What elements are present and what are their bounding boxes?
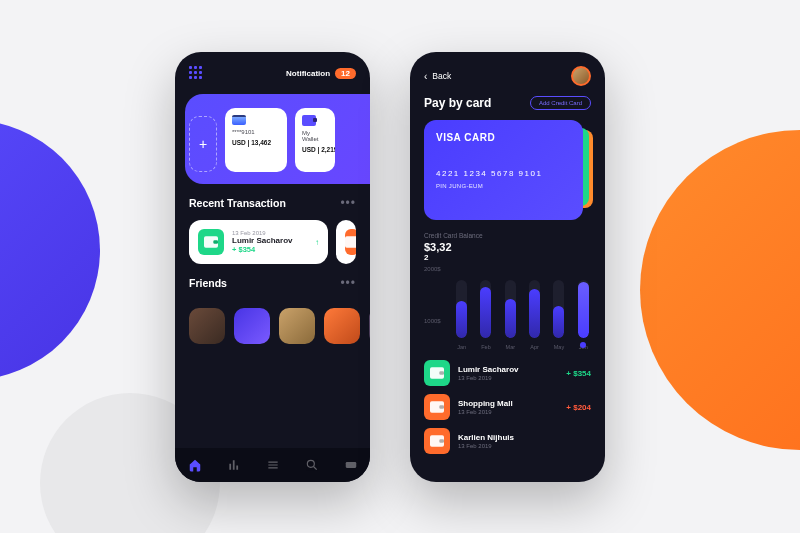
friends-row[interactable] bbox=[175, 308, 370, 352]
svg-rect-4 bbox=[345, 462, 356, 468]
svg-point-3 bbox=[307, 460, 314, 467]
stats-icon[interactable] bbox=[227, 458, 241, 472]
transaction-row[interactable]: Karlien Nijhuis13 Feb 2019 bbox=[424, 428, 591, 454]
back-button[interactable]: ‹ Back bbox=[424, 71, 451, 82]
transaction-name: Karlien Nijhuis bbox=[458, 433, 514, 442]
card-tile[interactable]: ****9101 USD | 13,462 bbox=[225, 108, 287, 172]
avatar[interactable] bbox=[324, 308, 360, 344]
wallet-icon bbox=[345, 229, 356, 255]
card-tile[interactable]: My Wallet USD | 2,219 bbox=[295, 108, 335, 172]
transaction-row[interactable]: Lumir Sacharov13 Feb 2019 + $354 bbox=[424, 360, 591, 386]
transaction-name: Lumir Sacharov bbox=[458, 365, 518, 374]
more-icon[interactable]: ••• bbox=[340, 196, 356, 210]
wallet-icon bbox=[198, 229, 224, 255]
arrow-up-icon: ↑ bbox=[315, 238, 319, 247]
back-label: Back bbox=[432, 71, 451, 81]
notification-badge: 12 bbox=[335, 68, 356, 79]
page-title: Pay by card bbox=[424, 96, 491, 110]
recent-transaction-section: Recent Transaction ••• 13 Feb 2019 Lumir… bbox=[175, 184, 370, 272]
chart-bar[interactable] bbox=[503, 280, 518, 338]
svg-rect-10 bbox=[439, 439, 444, 443]
chart-bar[interactable] bbox=[551, 280, 566, 338]
wallet-home-screen: Notification 12 + ****9101 USD | 13,462 … bbox=[175, 52, 370, 482]
section-title: Recent Transaction bbox=[189, 197, 286, 209]
balance-sub: 2 bbox=[424, 253, 591, 262]
wallet-icon bbox=[302, 115, 316, 126]
transaction-name: Lumir Sacharov bbox=[232, 236, 292, 245]
wallet-icon bbox=[424, 394, 450, 420]
balance-value: $3,32 bbox=[424, 241, 591, 253]
avatar[interactable] bbox=[279, 308, 315, 344]
card-holder: PIN JUNG-EUM bbox=[436, 183, 571, 189]
credit-card[interactable]: VISA CARD 4221 1234 5678 9101 PIN JUNG-E… bbox=[424, 120, 583, 220]
cards-shelf: + ****9101 USD | 13,462 My Wallet USD | … bbox=[175, 94, 370, 184]
card-number: 4221 1234 5678 9101 bbox=[436, 169, 571, 178]
transaction-date: 13 Feb 2019 bbox=[458, 375, 518, 381]
wallet-icon bbox=[424, 360, 450, 386]
transaction-card[interactable] bbox=[336, 220, 356, 264]
transaction-date: 13 Feb 2019 bbox=[458, 443, 514, 449]
card-brand: VISA CARD bbox=[436, 132, 571, 143]
transaction-amount: + $354 bbox=[566, 369, 591, 378]
list-icon[interactable] bbox=[266, 458, 280, 472]
x-tick: Feb bbox=[478, 344, 493, 350]
section-title: Friends bbox=[189, 277, 227, 289]
y-axis: 2000$ 1000$ bbox=[424, 266, 441, 324]
transaction-list: Lumir Sacharov13 Feb 2019 + $354 Shoppin… bbox=[410, 350, 605, 454]
chart-bar[interactable] bbox=[527, 280, 542, 338]
card-number: ****9101 bbox=[232, 129, 280, 135]
chart-bar[interactable] bbox=[454, 280, 469, 338]
x-tick: Jan bbox=[454, 344, 469, 350]
add-credit-card-button[interactable]: Add Credit Card bbox=[530, 96, 591, 110]
home-icon[interactable] bbox=[188, 458, 202, 472]
card-balance: USD | 13,462 bbox=[232, 139, 280, 146]
card-number: My Wallet bbox=[302, 130, 328, 142]
chart-bar[interactable] bbox=[576, 280, 591, 338]
transaction-name: Shopping Mall bbox=[458, 399, 513, 408]
avatar[interactable] bbox=[234, 308, 270, 344]
add-card-button[interactable]: + bbox=[189, 116, 217, 172]
notification-button[interactable]: Notification 12 bbox=[286, 68, 356, 79]
tab-bar bbox=[175, 448, 370, 482]
svg-rect-2 bbox=[345, 236, 356, 248]
chevron-left-icon: ‹ bbox=[424, 71, 427, 82]
x-tick: May bbox=[551, 344, 566, 350]
avatar[interactable] bbox=[369, 308, 370, 344]
friends-section: Friends ••• bbox=[175, 272, 370, 308]
avatar[interactable] bbox=[571, 66, 591, 86]
card-balance: USD | 2,219 bbox=[302, 146, 328, 153]
chart-bar[interactable] bbox=[478, 280, 493, 338]
transaction-row[interactable]: Shopping Mall13 Feb 2019 + $204 bbox=[424, 394, 591, 420]
avatar[interactable] bbox=[189, 308, 225, 344]
search-icon[interactable] bbox=[305, 458, 319, 472]
ticket-icon[interactable] bbox=[344, 458, 358, 472]
transaction-date: 13 Feb 2019 bbox=[458, 409, 513, 415]
menu-grid-icon[interactable] bbox=[189, 66, 203, 80]
bg-circle-orange bbox=[640, 130, 800, 450]
more-icon[interactable]: ••• bbox=[340, 276, 356, 290]
balance-label: Credit Card Balance bbox=[424, 232, 591, 239]
notification-label: Notification bbox=[286, 69, 330, 78]
svg-rect-1 bbox=[213, 240, 218, 244]
visa-card-icon bbox=[232, 115, 246, 125]
x-tick: Mar bbox=[503, 344, 518, 350]
balance-chart: Credit Card Balance $3,32 2 2000$ 1000$ … bbox=[410, 232, 605, 350]
wallet-icon bbox=[424, 428, 450, 454]
transaction-amount: + $354 bbox=[232, 245, 292, 254]
transaction-card[interactable]: 13 Feb 2019 Lumir Sacharov + $354 ↑ bbox=[189, 220, 328, 264]
x-tick: Apr bbox=[527, 344, 542, 350]
transaction-amount: + $204 bbox=[566, 403, 591, 412]
svg-rect-6 bbox=[439, 371, 444, 375]
svg-rect-8 bbox=[439, 405, 444, 409]
credit-card-stack[interactable]: VISA CARD 4221 1234 5678 9101 PIN JUNG-E… bbox=[424, 120, 591, 220]
pay-by-card-screen: ‹ Back Pay by card Add Credit Card VISA … bbox=[410, 52, 605, 482]
bg-circle-blue bbox=[0, 120, 100, 380]
